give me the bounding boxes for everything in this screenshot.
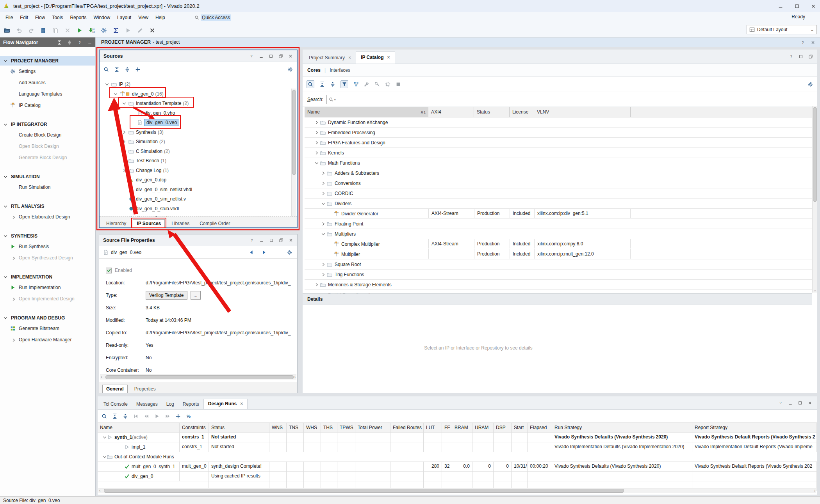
hier-button[interactable] (353, 82, 359, 87)
menu-layout[interactable]: Layout (114, 15, 135, 20)
sources-tree-item-synthesis[interactable]: Synthesis(3) (100, 128, 297, 137)
cancel-button[interactable] (149, 27, 155, 34)
file-properties-minimize-button[interactable] (259, 238, 264, 243)
flow-nav-item-run-synthesis[interactable]: Run Synthesis (0, 241, 95, 252)
runs-row-div-gen-0[interactable]: div_gen_0Using cached IP results (98, 471, 817, 481)
flow-nav-section-rtl-analysis[interactable]: RTL ANALYSIS (0, 201, 95, 211)
collapse-button[interactable] (112, 413, 118, 419)
square-button[interactable] (396, 82, 401, 87)
runs-column-lut[interactable]: LUT (424, 423, 442, 433)
ip-catalog-row-square-root[interactable]: Square Root (305, 259, 812, 270)
runs-row-mult-gen-0-synth-1[interactable]: mult_gen_0_synth_1mult_gen_0synth_design… (98, 461, 817, 472)
column-header-axi4[interactable]: AXI4 (428, 107, 474, 117)
sources-tab-libraries[interactable]: Libraries (168, 220, 193, 227)
delete-button[interactable] (64, 27, 71, 34)
gear-icon[interactable] (808, 82, 813, 87)
ip-catalog-row-adders-subtracters[interactable]: Adders & Subtracters (305, 168, 812, 178)
window-minimize-button[interactable] (777, 3, 784, 9)
ip-catalog-row-fpga-features-and-design[interactable]: FPGA Features and Design (305, 138, 812, 148)
quick-access-search[interactable]: Quick Access (194, 13, 250, 22)
chevron-right-icon[interactable] (314, 120, 320, 125)
bottom-tab-reports[interactable]: Reports (178, 399, 203, 409)
sources-tree-item-div-gen-0-stub-vhdl[interactable]: div_gen_0_stub.vhdl (100, 204, 297, 214)
chevron-right-icon[interactable] (314, 130, 320, 135)
file-properties-tab-properties[interactable]: Properties (131, 385, 159, 393)
runs-column-tns[interactable]: TNS (287, 423, 304, 433)
runs-column-elapsed[interactable]: Elapsed (528, 423, 552, 433)
chevron-right-icon[interactable] (321, 272, 327, 277)
menu-flow[interactable]: Flow (32, 15, 48, 20)
ip-catalog-float-button[interactable] (808, 53, 813, 59)
sum-button[interactable] (113, 27, 119, 34)
gear-icon[interactable] (287, 67, 293, 73)
column-header-license[interactable]: License (510, 107, 534, 117)
sources-tab-compile-order[interactable]: Compile Order (196, 220, 234, 227)
playgray-button[interactable] (154, 413, 160, 419)
file-properties-float-button[interactable] (279, 238, 283, 243)
menu-reports[interactable]: Reports (66, 15, 90, 20)
chevron-down-icon[interactable] (3, 174, 8, 179)
chevron-down-icon[interactable] (3, 233, 8, 239)
flow-navigator-expand-button[interactable] (67, 40, 72, 45)
chevron-right-icon[interactable] (122, 168, 128, 173)
runs-column-name[interactable]: Name (98, 423, 180, 433)
chevron-right-icon[interactable] (321, 181, 327, 186)
sources-tab-ip-sources[interactable]: IP Sources (133, 219, 165, 227)
sources-help-button[interactable] (249, 53, 254, 59)
close-icon[interactable]: × (387, 55, 390, 60)
sources-close-button[interactable] (288, 53, 293, 59)
runs-column-wns[interactable]: WNS (269, 423, 287, 433)
forward-arrow-icon[interactable] (261, 250, 267, 255)
runs-column-total-power[interactable]: Total Power (355, 423, 390, 433)
expand-button[interactable] (123, 413, 128, 419)
menu-help[interactable]: Help (152, 15, 169, 20)
back-arrow-icon[interactable] (249, 250, 254, 255)
wrench-button[interactable] (364, 82, 369, 87)
flow-nav-section-implementation[interactable]: IMPLEMENTATION (0, 272, 95, 282)
ffwd-button[interactable] (165, 413, 170, 419)
ip-catalog-search-input[interactable]: ▾ (326, 95, 450, 104)
flow-nav-item-create-block-design[interactable]: Create Block Design (0, 129, 95, 140)
file-properties-close-button[interactable] (289, 238, 293, 243)
sources-float-button[interactable] (278, 53, 283, 59)
first-button[interactable] (133, 413, 139, 419)
chevron-right-icon[interactable] (122, 130, 128, 135)
report-button[interactable] (40, 27, 46, 34)
ip-catalog-row-trig-functions[interactable]: Trig Functions (305, 270, 812, 280)
chevron-down-icon[interactable] (102, 433, 107, 442)
menu-edit[interactable]: Edit (16, 15, 32, 20)
window-close-button[interactable] (810, 3, 817, 9)
column-header-name[interactable]: Name∧1 (305, 107, 428, 117)
bottom-panel-help-button[interactable] (778, 400, 783, 405)
sources-tree-item-simulation[interactable]: Simulation(2) (100, 137, 297, 147)
layout-selector[interactable]: Default Layout ⌄ (747, 25, 817, 34)
flow-nav-item-open-block-design[interactable]: Open Block Design (0, 140, 95, 152)
file-properties-tab-general[interactable]: General (102, 385, 128, 393)
collapse-button[interactable] (319, 82, 325, 87)
runs-column-dsp[interactable]: DSP (494, 423, 512, 433)
column-header-status[interactable]: Status (474, 107, 510, 117)
flow-nav-item-ip-catalog[interactable]: IP Catalog (0, 99, 95, 111)
close-icon[interactable]: × (348, 55, 351, 60)
selected-file-label[interactable]: div_gen_0.veo (144, 119, 179, 126)
doc-tab-ip-catalog[interactable]: IP Catalog× (356, 51, 395, 64)
sources-tree-item-div-gen-0-veo[interactable]: div_gen_0.veo (100, 118, 297, 128)
search-button[interactable] (103, 67, 109, 73)
chevron-right-icon[interactable] (122, 158, 128, 163)
chevron-down-icon[interactable] (314, 161, 320, 165)
file-properties-hscrollbar[interactable]: ‹ › (100, 374, 296, 380)
chevron-down-icon[interactable] (113, 92, 120, 96)
ip-catalog-row-embedded-processing[interactable]: Embedded Processing (305, 128, 812, 138)
ip-catalog-row-conversions[interactable]: Conversions (305, 178, 812, 188)
ip-catalog-row-floating-point[interactable]: Floating Point (305, 219, 812, 229)
sources-tree-item-instantiation-template[interactable]: Instantiation Template(2) (100, 99, 297, 108)
flow-nav-section-ip-integrator[interactable]: IP INTEGRATOR (0, 119, 95, 129)
flow-nav-section-program-and-debug[interactable]: PROGRAM AND DEBUG (0, 313, 95, 323)
flow-nav-item-run-implementation[interactable]: Run Implementation (0, 282, 95, 293)
chevron-right-icon[interactable] (122, 139, 128, 144)
settings-button[interactable] (101, 27, 107, 34)
chevron-right-icon[interactable] (321, 171, 327, 176)
sources-tab-hierarchy[interactable]: Hierarchy (103, 220, 130, 227)
expand-button[interactable] (330, 82, 335, 87)
sources-minimize-button[interactable] (259, 53, 264, 59)
